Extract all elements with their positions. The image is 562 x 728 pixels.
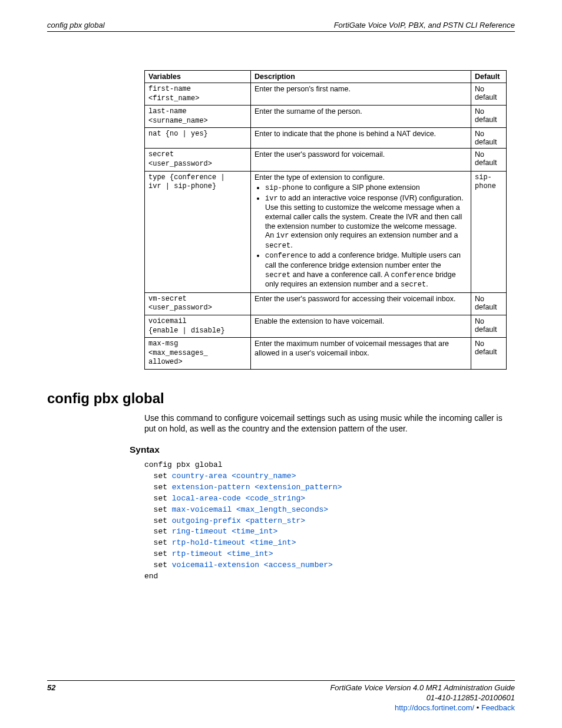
var-cell: nat {no | yes} <box>145 128 251 149</box>
table-row: nat {no | yes} Enter to indicate that th… <box>145 128 507 149</box>
table-row: voicemail{enable | disable} Enable the e… <box>145 315 507 338</box>
table-row: max-msg<max_messages_allowed> Enter the … <box>145 338 507 370</box>
variables-table: Variables Description Default first-name… <box>144 70 507 370</box>
table-row: last-name<surname_name> Enter the surnam… <box>145 106 507 128</box>
list-item: sip-phone to configure a SIP phone exten… <box>265 183 467 193</box>
header-left: config pbx global <box>47 21 105 29</box>
list-item: conference to add a conference bridge. M… <box>265 251 467 289</box>
col-header-description: Description <box>251 71 471 83</box>
table-row: first-name<first_name> Enter the person'… <box>145 83 507 106</box>
footer-right: FortiGate Voice Version 4.0 MR1 Administ… <box>330 683 515 713</box>
syntax-link[interactable]: local-area-code <code_string> <box>172 494 305 503</box>
section-intro: Use this command to configure voicemail … <box>144 413 515 434</box>
footer-docid: 01-410-112851-20100601 <box>330 693 515 703</box>
table-row: type {conference |ivr | sip-phone} Enter… <box>145 171 507 292</box>
syntax-link[interactable]: country-area <country_name> <box>172 472 296 480</box>
desc-cell: Enter the person's first name. <box>251 83 471 106</box>
var-cell: max-msg<max_messages_allowed> <box>145 338 251 370</box>
syntax-link[interactable]: extension-pattern <extension_pattern> <box>172 483 342 492</box>
table-row: vm-secret<user_password> Enter the user'… <box>145 292 507 315</box>
syntax-block: config pbx global set country-area <coun… <box>144 460 515 582</box>
default-cell: No default <box>471 315 507 338</box>
syntax-link[interactable]: outgoing-prefix <pattern_str> <box>172 516 305 525</box>
syntax-link[interactable]: max-voicemail <max_length_seconds> <box>172 505 328 514</box>
section-heading: config pbx global <box>47 390 515 407</box>
default-cell: No default <box>471 149 507 171</box>
table-header-row: Variables Description Default <box>145 71 507 83</box>
col-header-default: Default <box>471 71 507 83</box>
syntax-link[interactable]: voicemail-extension <access_number> <box>172 561 333 569</box>
footer-title: FortiGate Voice Version 4.0 MR1 Administ… <box>330 683 515 693</box>
default-cell: No default <box>471 83 507 106</box>
desc-cell: Enter the type of extension to configure… <box>251 171 471 292</box>
default-cell: sip-phone <box>471 171 507 292</box>
default-cell: No default <box>471 338 507 370</box>
var-cell: voicemail{enable | disable} <box>145 315 251 338</box>
syntax-link[interactable]: ring-timeout <time_int> <box>172 527 277 536</box>
syntax-link[interactable]: rtp-timeout <time_int> <box>172 549 273 558</box>
page-header: config pbx global FortiGate Voice VoIP, … <box>47 21 515 32</box>
var-cell: secret<user_password> <box>145 149 251 171</box>
page-footer: 52 FortiGate Voice Version 4.0 MR1 Admin… <box>47 680 515 713</box>
default-cell: No default <box>471 128 507 149</box>
table-row: secret<user_password> Enter the user's p… <box>145 149 507 171</box>
col-header-variables: Variables <box>145 71 251 83</box>
page-number: 52 <box>47 683 55 692</box>
footer-url-link[interactable]: http://docs.fortinet.com/ <box>395 703 474 712</box>
header-right: FortiGate Voice VoIP, PBX, and PSTN CLI … <box>334 21 515 29</box>
syntax-heading: Syntax <box>130 444 515 455</box>
var-cell: type {conference |ivr | sip-phone} <box>145 171 251 292</box>
desc-cell: Enter the surname of the person. <box>251 106 471 128</box>
var-cell: first-name<first_name> <box>145 83 251 106</box>
desc-cell: Enter to indicate that the phone is behi… <box>251 128 471 149</box>
default-cell: No default <box>471 292 507 315</box>
var-cell: vm-secret<user_password> <box>145 292 251 315</box>
desc-cell: Enter the user's password for voicemail. <box>251 149 471 171</box>
desc-cell: Enable the extension to have voicemail. <box>251 315 471 338</box>
default-cell: No default <box>471 106 507 128</box>
desc-cell: Enter the maximum number of voicemail me… <box>251 338 471 370</box>
footer-feedback-link[interactable]: Feedback <box>481 703 515 712</box>
desc-cell: Enter the user's password for accessing … <box>251 292 471 315</box>
var-cell: last-name<surname_name> <box>145 106 251 128</box>
list-item: ivr to add an interactive voice response… <box>265 194 467 251</box>
syntax-link[interactable]: rtp-hold-timeout <time_int> <box>172 538 296 547</box>
